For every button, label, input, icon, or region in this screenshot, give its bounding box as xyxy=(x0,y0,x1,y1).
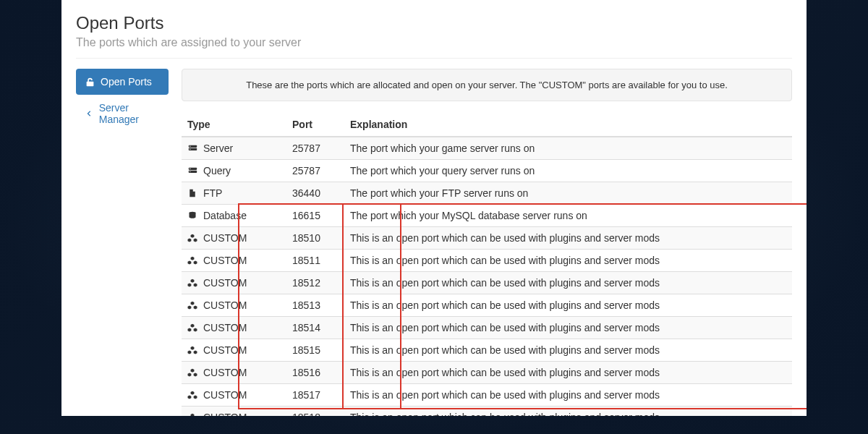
type-label: Server xyxy=(203,142,233,154)
content-row: Open Ports Server Manager These are the … xyxy=(76,69,792,416)
type-label: CUSTOM xyxy=(203,255,247,266)
sidebar: Open Ports Server Manager xyxy=(76,69,169,416)
cell-type: CUSTOM xyxy=(182,317,286,339)
cell-explanation: This is an open port which can be used w… xyxy=(344,362,792,384)
cubes-icon xyxy=(187,233,197,243)
type-label: CUSTOM xyxy=(203,367,247,378)
table-row: CUSTOM18512This is an open port which ca… xyxy=(182,272,792,294)
cell-type: CUSTOM xyxy=(182,227,286,250)
type-label: CUSTOM xyxy=(203,389,247,401)
cell-explanation: This is an open port which can be used w… xyxy=(344,317,792,339)
cell-port: 18515 xyxy=(286,339,344,362)
cell-port: 18513 xyxy=(286,294,344,317)
cubes-icon xyxy=(187,323,197,333)
cell-port: 18510 xyxy=(286,227,344,250)
cell-explanation: This is an open port which can be used w… xyxy=(344,384,792,407)
cell-port: 18511 xyxy=(286,250,344,272)
unlock-icon xyxy=(85,77,95,87)
cell-port: 25787 xyxy=(286,137,344,160)
cubes-icon xyxy=(187,300,197,310)
svg-point-6 xyxy=(190,168,190,169)
cell-type: CUSTOM xyxy=(182,362,286,384)
server-icon xyxy=(187,166,197,176)
sidebar-item-server-manager[interactable]: Server Manager xyxy=(76,95,169,132)
svg-point-7 xyxy=(190,171,190,171)
page-title: Open Ports xyxy=(76,13,792,33)
cell-port: 18514 xyxy=(286,317,344,339)
cell-explanation: This is an open port which can be used w… xyxy=(344,227,792,250)
table-row: CUSTOM18515This is an open port which ca… xyxy=(182,339,792,362)
page-background: Open Ports The ports which are assigned … xyxy=(0,0,868,434)
cell-type: CUSTOM xyxy=(182,250,286,272)
table-row: CUSTOM18516This is an open port which ca… xyxy=(182,362,792,384)
table-row: CUSTOM18514This is an open port which ca… xyxy=(182,317,792,339)
cell-type: Query xyxy=(182,160,286,182)
cell-explanation: This is an open port which can be used w… xyxy=(344,339,792,362)
type-label: CUSTOM xyxy=(203,232,247,244)
cell-explanation: This is an open port which can be used w… xyxy=(344,294,792,317)
table-row: CUSTOM18513This is an open port which ca… xyxy=(182,294,792,317)
svg-point-3 xyxy=(190,148,190,149)
cell-explanation: The port which your game server runs on xyxy=(344,137,792,160)
cubes-icon xyxy=(187,390,197,400)
cell-port: 36440 xyxy=(286,182,344,205)
table-row: Server25787The port which your game serv… xyxy=(182,137,792,160)
type-label: Database xyxy=(203,210,247,221)
cubes-icon xyxy=(187,345,197,355)
cell-port: 18518 xyxy=(286,407,344,417)
cell-port: 18517 xyxy=(286,384,344,407)
page-subtitle: The ports which are assigned to your ser… xyxy=(76,36,792,49)
table-row: CUSTOM18510This is an open port which ca… xyxy=(182,227,792,250)
cubes-icon xyxy=(187,367,197,378)
cell-port: 18512 xyxy=(286,272,344,294)
sidebar-item-open-ports[interactable]: Open Ports xyxy=(76,69,169,95)
cell-explanation: The port which your query server runs on xyxy=(344,160,792,182)
cell-explanation: This is an open port which can be used w… xyxy=(344,407,792,417)
sidebar-item-label: Open Ports xyxy=(101,76,152,88)
table-row: CUSTOM18518This is an open port which ca… xyxy=(182,407,792,417)
cell-type: CUSTOM xyxy=(182,294,286,317)
cell-type: CUSTOM xyxy=(182,272,286,294)
cell-explanation: The port which your MySQL database serve… xyxy=(344,205,792,227)
column-header-port: Port xyxy=(286,113,344,137)
column-header-type: Type xyxy=(182,113,286,137)
server-icon xyxy=(187,143,197,153)
table-row: Database16615The port which your MySQL d… xyxy=(182,205,792,227)
cell-type: FTP xyxy=(182,182,286,205)
cell-port: 18516 xyxy=(286,362,344,384)
file-icon xyxy=(187,188,197,198)
column-header-explanation: Explanation xyxy=(344,113,792,137)
cell-port: 25787 xyxy=(286,160,344,182)
type-label: CUSTOM xyxy=(203,299,247,311)
main-panel: Open Ports The ports which are assigned … xyxy=(61,0,807,416)
cell-explanation: This is an open port which can be used w… xyxy=(344,272,792,294)
cubes-icon xyxy=(187,278,197,288)
table-row: Query25787The port which your query serv… xyxy=(182,160,792,182)
notice-well: These are the ports which are allocated … xyxy=(182,69,792,101)
cell-type: CUSTOM xyxy=(182,339,286,362)
main-content: These are the ports which are allocated … xyxy=(182,69,792,416)
table-header-row: Type Port Explanation xyxy=(182,113,792,137)
database-icon xyxy=(187,210,197,221)
type-label: CUSTOM xyxy=(203,277,247,289)
type-label: FTP xyxy=(203,187,222,199)
ports-table: Type Port Explanation Server25787The por… xyxy=(182,113,792,416)
cell-explanation: This is an open port which can be used w… xyxy=(344,250,792,272)
type-label: CUSTOM xyxy=(203,322,247,333)
sidebar-item-label: Server Manager xyxy=(99,102,160,125)
table-row: FTP36440The port which your FTP server r… xyxy=(182,182,792,205)
cell-type: CUSTOM xyxy=(182,407,286,417)
table-row: CUSTOM18517This is an open port which ca… xyxy=(182,384,792,407)
cell-port: 16615 xyxy=(286,205,344,227)
chevron-left-icon xyxy=(85,109,93,119)
cubes-icon xyxy=(187,255,197,265)
cell-explanation: The port which your FTP server runs on xyxy=(344,182,792,205)
divider xyxy=(76,58,792,59)
svg-point-2 xyxy=(190,145,190,146)
cell-type: Database xyxy=(182,205,286,227)
table-row: CUSTOM18511This is an open port which ca… xyxy=(182,250,792,272)
type-label: Query xyxy=(203,165,231,176)
cubes-icon xyxy=(187,412,197,416)
type-label: CUSTOM xyxy=(203,344,247,356)
cell-type: CUSTOM xyxy=(182,384,286,407)
